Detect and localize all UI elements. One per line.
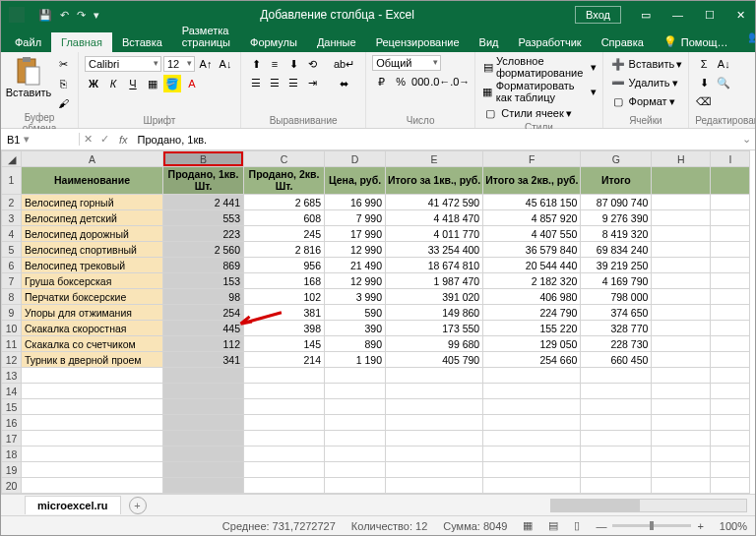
cell[interactable] — [386, 431, 483, 447]
cell[interactable]: 660 450 — [581, 352, 652, 368]
zoom-level[interactable]: 100% — [720, 520, 747, 532]
cell[interactable] — [22, 384, 163, 399]
cell[interactable] — [652, 415, 711, 431]
save-icon[interactable]: 💾 — [38, 9, 52, 22]
cell[interactable]: Велосипед трековый — [22, 258, 163, 273]
cell[interactable]: Скакалка со счетчиком — [22, 336, 163, 352]
row-header[interactable]: 14 — [2, 384, 22, 399]
cell[interactable] — [652, 431, 711, 447]
cell[interactable]: 228 730 — [581, 336, 652, 352]
cell[interactable] — [581, 368, 652, 384]
cell[interactable]: 4 011 770 — [386, 226, 483, 242]
header-cell[interactable]: Продано, 1кв.Шт. — [163, 167, 244, 195]
row-header[interactable]: 13 — [2, 368, 22, 384]
row-header[interactable]: 2 — [2, 195, 22, 210]
maximize-button[interactable]: ☐ — [695, 3, 724, 28]
row-header[interactable]: 19 — [2, 462, 22, 478]
cell[interactable]: 87 090 740 — [581, 195, 652, 210]
cell[interactable] — [711, 431, 750, 447]
cell[interactable] — [22, 431, 163, 447]
row-header[interactable]: 17 — [2, 431, 22, 447]
col-header-B[interactable]: B — [163, 151, 244, 167]
cell[interactable] — [22, 447, 163, 462]
cell[interactable] — [581, 384, 652, 399]
cell[interactable] — [652, 273, 711, 289]
cell[interactable] — [652, 368, 711, 384]
cell-styles-button[interactable]: ▢Стили ячеек ▾ — [481, 104, 596, 122]
font-size-select[interactable]: 12 — [163, 56, 195, 72]
cell[interactable]: 406 980 — [483, 289, 581, 305]
undo-icon[interactable]: ↶ — [60, 9, 69, 22]
delete-cells-button[interactable]: ➖Удалить ▾ — [609, 74, 683, 91]
row-header[interactable]: 3 — [2, 210, 22, 226]
cell[interactable] — [244, 415, 325, 431]
cell[interactable]: 1 987 470 — [386, 273, 483, 289]
cell[interactable]: 21 490 — [325, 258, 386, 273]
cell[interactable]: 4 169 790 — [581, 273, 652, 289]
decrease-decimal-button[interactable]: .0→ — [451, 73, 469, 90]
align-middle-button[interactable]: ≡ — [266, 55, 284, 73]
cell[interactable] — [711, 352, 750, 368]
cell[interactable] — [483, 368, 581, 384]
worksheet-area[interactable]: ◢ABCDEFGHI1НаименованиеПродано, 1кв.Шт.П… — [1, 150, 755, 494]
new-sheet-button[interactable]: + — [129, 497, 147, 514]
cell[interactable] — [325, 462, 386, 478]
cell[interactable] — [325, 368, 386, 384]
cell[interactable] — [581, 447, 652, 462]
cell[interactable]: 405 790 — [386, 352, 483, 368]
col-header-E[interactable]: E — [386, 151, 483, 167]
row-header[interactable]: 4 — [2, 226, 22, 242]
autosum-button[interactable]: Σ — [695, 55, 713, 73]
cut-button[interactable]: ✂ — [54, 55, 72, 73]
col-header-C[interactable]: C — [244, 151, 325, 167]
cell[interactable]: 41 472 590 — [386, 195, 483, 210]
enter-icon[interactable]: ✓ — [96, 133, 113, 146]
cell[interactable] — [386, 399, 483, 415]
cell[interactable]: 17 990 — [325, 226, 386, 242]
cell[interactable] — [325, 478, 386, 494]
cell[interactable] — [244, 447, 325, 462]
cell[interactable] — [652, 226, 711, 242]
cell[interactable] — [244, 462, 325, 478]
tab-file[interactable]: Файл — [5, 32, 51, 52]
cell[interactable] — [325, 431, 386, 447]
cell[interactable] — [652, 447, 711, 462]
cell[interactable]: 18 674 810 — [386, 258, 483, 273]
col-header-A[interactable]: A — [22, 151, 163, 167]
cell[interactable] — [386, 415, 483, 431]
tab-home[interactable]: Главная — [51, 32, 112, 52]
cell[interactable]: Велосипед детский — [22, 210, 163, 226]
copy-button[interactable]: ⎘ — [54, 75, 72, 92]
grow-font-button[interactable]: A↑ — [197, 55, 215, 73]
tab-help[interactable]: Справка — [592, 32, 654, 52]
hscroll[interactable] — [147, 499, 755, 512]
cell[interactable] — [652, 305, 711, 321]
cell[interactable] — [163, 447, 244, 462]
cell[interactable] — [483, 431, 581, 447]
ribbon-display-icon[interactable]: ▭ — [631, 3, 661, 28]
comma-button[interactable]: 000 — [411, 73, 429, 90]
cell[interactable] — [711, 242, 750, 258]
row-header[interactable]: 11 — [2, 336, 22, 352]
cell[interactable]: 33 254 400 — [386, 242, 483, 258]
tab-insert[interactable]: Вставка — [112, 32, 172, 52]
cell[interactable]: 12 990 — [325, 242, 386, 258]
increase-decimal-button[interactable]: .0← — [431, 73, 449, 90]
underline-button[interactable]: Ч — [124, 75, 142, 92]
share-button[interactable]: 👥Общий доступ — [738, 21, 756, 52]
cell[interactable] — [244, 384, 325, 399]
cell[interactable]: 328 770 — [581, 321, 652, 336]
cell[interactable]: 99 680 — [386, 336, 483, 352]
cell[interactable] — [652, 336, 711, 352]
header-cell[interactable]: Наименование — [22, 167, 163, 195]
cell[interactable] — [652, 258, 711, 273]
cell[interactable]: 69 834 240 — [581, 242, 652, 258]
name-box[interactable]: B1▾ — [1, 133, 80, 146]
wrap-text-button[interactable]: ab↵ — [329, 55, 359, 73]
font-color-button[interactable]: A — [183, 75, 201, 92]
cell[interactable] — [163, 462, 244, 478]
cell[interactable] — [483, 384, 581, 399]
cell[interactable] — [244, 368, 325, 384]
cell[interactable] — [711, 210, 750, 226]
cell[interactable]: Перчатки боксерские — [22, 289, 163, 305]
